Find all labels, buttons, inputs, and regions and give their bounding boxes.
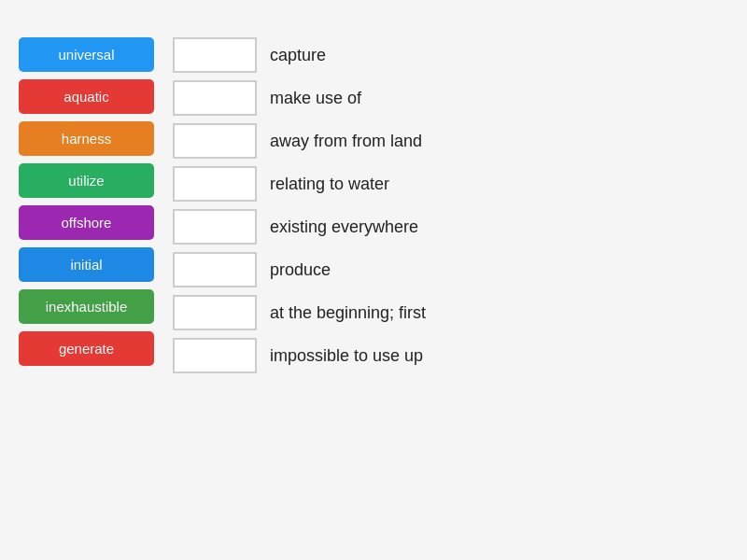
match-area: capturemake use ofaway from from landrel… bbox=[173, 37, 728, 373]
word-btn-aquatic[interactable]: aquatic bbox=[19, 79, 154, 114]
word-btn-inexhaustible[interactable]: inexhaustible bbox=[19, 289, 154, 324]
match-box-def-away-from-land[interactable] bbox=[173, 123, 257, 159]
match-box-def-existing-everywhere[interactable] bbox=[173, 209, 257, 245]
definition-label-def-at-the-beginning: at the beginning; first bbox=[270, 303, 426, 323]
definition-label-def-existing-everywhere: existing everywhere bbox=[270, 217, 418, 237]
match-row: impossible to use up bbox=[173, 338, 728, 373]
match-row: at the beginning; first bbox=[173, 295, 728, 330]
definition-label-def-away-from-land: away from from land bbox=[270, 132, 422, 151]
word-list: universalaquaticharnessutilizeoffshorein… bbox=[19, 37, 154, 366]
word-btn-utilize[interactable]: utilize bbox=[19, 163, 154, 198]
definition-label-def-relating-to-water: relating to water bbox=[270, 175, 389, 194]
match-box-def-relating-to-water[interactable] bbox=[173, 166, 257, 202]
definition-label-def-capture: capture bbox=[270, 46, 326, 65]
match-box-def-impossible-to-use-up[interactable] bbox=[173, 338, 257, 373]
word-btn-universal[interactable]: universal bbox=[19, 37, 154, 72]
match-box-def-at-the-beginning[interactable] bbox=[173, 295, 257, 330]
match-row: away from from land bbox=[173, 123, 728, 159]
match-row: capture bbox=[173, 37, 728, 73]
definition-label-def-make-use-of: make use of bbox=[270, 89, 361, 108]
word-btn-generate[interactable]: generate bbox=[19, 331, 154, 366]
match-row: make use of bbox=[173, 80, 728, 116]
word-btn-initial[interactable]: initial bbox=[19, 247, 154, 282]
match-row: existing everywhere bbox=[173, 209, 728, 245]
word-btn-harness[interactable]: harness bbox=[19, 121, 154, 156]
match-box-def-produce[interactable] bbox=[173, 252, 257, 287]
definition-label-def-impossible-to-use-up: impossible to use up bbox=[270, 346, 423, 366]
main-container: universalaquaticharnessutilizeoffshorein… bbox=[19, 37, 728, 373]
word-btn-offshore[interactable]: offshore bbox=[19, 205, 154, 240]
match-box-def-make-use-of[interactable] bbox=[173, 80, 257, 116]
match-row: relating to water bbox=[173, 166, 728, 202]
match-row: produce bbox=[173, 252, 728, 287]
definition-label-def-produce: produce bbox=[270, 260, 331, 280]
match-box-def-capture[interactable] bbox=[173, 37, 257, 73]
